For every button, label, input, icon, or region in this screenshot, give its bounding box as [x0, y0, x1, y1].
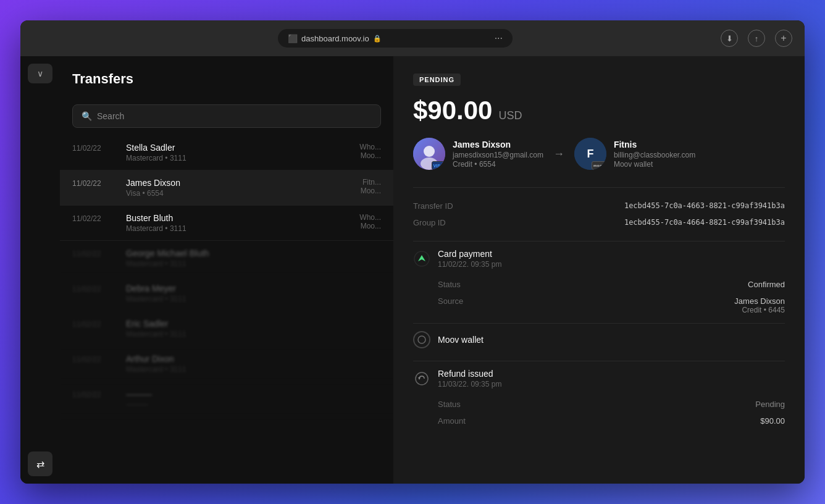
- transfer-name: Debra Meyer: [126, 284, 381, 293]
- transfer-sub: Mastercard • 3111: [126, 154, 352, 162]
- transfers-header: Transfers: [60, 56, 393, 97]
- chevron-down-icon: ∨: [37, 69, 43, 78]
- transfer-info: Stella Sadler Mastercard • 3111: [126, 143, 352, 162]
- page-title: Transfers: [72, 71, 381, 87]
- refund-title-group: Refund issued 11/03/22. 09:35 pm: [438, 369, 501, 388]
- more-icon[interactable]: ···: [495, 33, 503, 44]
- share-button[interactable]: ↑: [748, 30, 765, 47]
- recipient-avatar: F moov: [574, 138, 606, 170]
- add-tab-button[interactable]: +: [775, 30, 792, 47]
- card-source-value: James Dixson Credit • 6445: [734, 296, 785, 314]
- transfer-sub: ———: [126, 400, 381, 409]
- transfer-date: 11/02/22: [72, 248, 119, 258]
- card-payment-title-group: Card payment 11/02/22. 09:35 pm: [438, 249, 501, 269]
- transfer-sub: Mastercard • 3111: [126, 365, 381, 374]
- group-id-row: Group ID 1ecbd455-7c0a-4664-8821-c99af39…: [413, 214, 785, 231]
- transfer-info: ——— ———: [126, 389, 381, 409]
- sender-name: James Dixson: [453, 140, 543, 149]
- transfer-id-label: Transfer ID: [413, 201, 453, 211]
- visa-badge: VISA: [432, 161, 445, 170]
- refund-amount-value: $90.00: [760, 416, 785, 426]
- download-button[interactable]: ⬇: [721, 30, 738, 47]
- card-payment-header: Card payment 11/02/22. 09:35 pm: [413, 249, 785, 269]
- card-status-value: Confirmed: [748, 280, 785, 289]
- source-name: James Dixson: [734, 296, 785, 306]
- parties-row: VISA James Dixson jamesdixson15@gmail.co…: [413, 138, 785, 170]
- table-row[interactable]: 11/02/22 Arthur Dixon Mastercard • 3111: [60, 346, 393, 382]
- refund-status-value: Pending: [755, 400, 785, 409]
- refund-header: Refund issued 11/03/22. 09:35 pm: [413, 369, 785, 388]
- group-id-label: Group ID: [413, 218, 446, 227]
- transfer-date: 11/02/22: [72, 178, 119, 188]
- transfer-dest: Who... Moo...: [359, 213, 381, 230]
- refund-title: Refund issued: [438, 369, 501, 379]
- transfer-name: Arthur Dixon: [126, 354, 381, 364]
- lock-icon: 🔒: [373, 35, 382, 43]
- sidebar-toggle[interactable]: ∨: [28, 64, 52, 83]
- refund-section: Refund issued 11/03/22. 09:35 pm Status …: [413, 361, 785, 434]
- table-row[interactable]: 11/02/22 Debra Meyer Mastercard • 3111: [60, 276, 393, 311]
- transfer-sub: Mastercard • 3111: [126, 330, 381, 338]
- transfer-name: Buster Bluth: [126, 213, 352, 223]
- search-placeholder: Search: [97, 111, 124, 121]
- browser-actions: ⬇ ↑ +: [721, 30, 792, 47]
- app-body: ∨ ⇄ Transfers 🔍 Search: [20, 56, 805, 484]
- recipient-name: Fitnis: [614, 140, 695, 149]
- transfers-panel: Transfers 🔍 Search 11/02/22 Stella Sadle…: [60, 56, 393, 484]
- table-row[interactable]: 11/02/22 James Dixson Visa • 6554 Fitn..…: [60, 170, 393, 206]
- transfer-info: Buster Bluth Mastercard • 3111: [126, 213, 352, 233]
- transfer-name: ———: [126, 389, 381, 399]
- moov-badge: moov: [592, 161, 606, 170]
- transfer-sub: Visa • 6554: [126, 189, 353, 198]
- table-row[interactable]: 11/02/22 Stella Sadler Mastercard • 3111…: [60, 135, 393, 170]
- wallet-icon: [413, 331, 430, 348]
- card-payment-title: Card payment: [438, 249, 501, 259]
- sender-email: jamesdixson15@gmail.com: [453, 151, 543, 159]
- transfer-ids-section: Transfer ID 1ecbd455-7c0a-4663-8821-c99a…: [413, 187, 785, 241]
- moov-wallet-title: Moov wallet: [438, 335, 484, 345]
- sidebar: ∨ ⇄: [20, 56, 60, 484]
- address-bar[interactable]: ⬛ dashboard.moov.io 🔒 ···: [278, 29, 513, 48]
- svg-text:F: F: [587, 148, 593, 160]
- sender-details: James Dixson jamesdixson15@gmail.com Cre…: [453, 140, 543, 169]
- recipient-details: Fitnis billing@classbooker.com Moov wall…: [614, 140, 695, 169]
- recipient-payment: Moov wallet: [614, 160, 695, 169]
- transfer-date: 11/02/22: [72, 319, 119, 329]
- table-row[interactable]: 11/02/22 George Michael Bluth Mastercard…: [60, 241, 393, 276]
- refund-amount-row: Amount $90.00: [413, 413, 785, 429]
- table-row[interactable]: 11/02/22 Buster Bluth Mastercard • 3111 …: [60, 206, 393, 241]
- card-source-row: Source James Dixson Credit • 6445: [413, 293, 785, 318]
- transfer-name: Stella Sadler: [126, 143, 352, 153]
- sender-party: VISA James Dixson jamesdixson15@gmail.co…: [413, 138, 543, 170]
- card-status-label: Status: [438, 280, 461, 289]
- refund-icon: [413, 370, 430, 387]
- refund-status-label: Status: [438, 400, 461, 409]
- transfer-date: 11/02/22: [72, 389, 119, 399]
- send-icon: [413, 250, 430, 267]
- transfers-icon: ⇄: [36, 458, 44, 470]
- browser-window: ⬛ dashboard.moov.io 🔒 ··· ⬇ ↑ + ∨ ⇄: [20, 20, 805, 484]
- transfer-date: 11/02/22: [72, 284, 119, 293]
- svg-point-1: [424, 146, 435, 157]
- table-row[interactable]: 11/02/22 ——— ———: [60, 382, 393, 417]
- search-bar[interactable]: 🔍 Search: [72, 104, 381, 128]
- circle-icon: [417, 335, 427, 345]
- transfer-info: George Michael Bluth Mastercard • 3111: [126, 248, 381, 268]
- transfer-id-value: 1ecbd455-7c0a-4663-8821-c99af3941b3a: [624, 201, 785, 210]
- transfer-date: 11/02/22: [72, 354, 119, 364]
- transfer-name: Eric Sadler: [126, 319, 381, 329]
- transfer-id-row: Transfer ID 1ecbd455-7c0a-4663-8821-c99a…: [413, 198, 785, 214]
- sidebar-item-transfers[interactable]: ⇄: [28, 452, 52, 476]
- svg-marker-9: [418, 377, 421, 380]
- refund-status-row: Status Pending: [413, 396, 785, 413]
- transfer-info: Arthur Dixon Mastercard • 3111: [126, 354, 381, 374]
- card-source-label: Source: [438, 296, 463, 314]
- card-payment-section: Card payment 11/02/22. 09:35 pm Status C…: [413, 241, 785, 323]
- transfer-date: 11/02/22: [72, 143, 119, 153]
- transfer-sub: Mastercard • 3111: [126, 295, 381, 303]
- amount-row: $90.00 USD: [413, 96, 785, 125]
- table-row[interactable]: 11/02/22 Eric Sadler Mastercard • 3111: [60, 311, 393, 346]
- svg-point-7: [418, 336, 425, 343]
- card-status-row: Status Confirmed: [413, 276, 785, 293]
- card-payment-icon: [413, 250, 430, 267]
